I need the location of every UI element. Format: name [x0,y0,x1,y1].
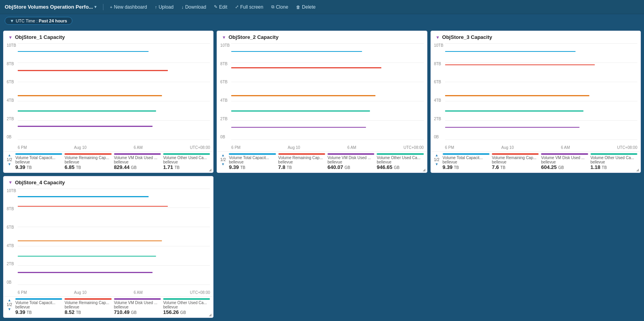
legend-unit: TB [27,165,32,170]
legend-sublabel: bellevue [229,160,276,164]
data-line [18,256,156,257]
grid-line [18,62,210,63]
legend-unit: TB [500,165,506,170]
panel-resize-handle[interactable]: ◢ [636,168,639,172]
edit-button[interactable]: ✎ Edit [211,3,230,11]
x-label: UTC+08:00 [403,145,423,150]
data-line [18,272,153,273]
legend-item: Volume VM Disk Used ... bellevue 829.44 … [114,153,161,170]
legend-area: ▲ 1/2 ▼ Volume Total Capacit... bellevue… [4,296,213,317]
legend-up-arrow[interactable]: ▲ [221,153,225,157]
legend-up-arrow[interactable]: ▲ [435,153,438,157]
legend-item: Volume Other Used Ca... bellevue 1.71 TB [163,153,210,170]
panel-resize-handle[interactable]: ◢ [209,168,212,172]
legend-sublabel: bellevue [114,305,161,309]
y-axis: 10TB8TB6TB4TB2TB0B [7,189,16,285]
filter-icon: ▼ [222,35,226,40]
title-dropdown-icon[interactable]: ▾ [94,4,97,9]
legend-area: ▲ 1/2 ▼ Volume Total Capacit... bellevue… [431,151,640,172]
legend-down-arrow[interactable]: ▼ [7,162,11,166]
grid-line [231,101,423,101]
x-label: 6 AM [561,145,570,150]
legend-label: Volume Remaining Cap... [64,301,111,305]
x-label: 6 AM [134,145,143,150]
clone-button[interactable]: ⧉ Clone [268,3,291,11]
upload-button[interactable]: ↑ Upload [152,3,177,11]
chart-panel-panel3: ▼ ObjStore_3 Capacity10TB8TB6TB4TB2TB0B6… [431,31,641,173]
legend-value: 7.6 TB [492,164,539,170]
legend-down-arrow[interactable]: ▼ [435,162,438,166]
y-label: 4TB [220,98,230,103]
legend-unit: TB [76,165,81,170]
grid-line [231,82,423,82]
y-label: 2TB [220,117,230,121]
legend-nav: ▲ 1/2 ▼ [7,153,12,166]
page-title: ObjStore Volumes Operation Perfo... [5,4,93,10]
y-label: 0B [434,135,443,139]
legend-label: Volume Total Capacit... [229,156,276,160]
chart-area: 10TB8TB6TB4TB2TB0B6 PMAug 106 AMUTC+08:0… [217,42,427,151]
x-axis: 6 PMAug 106 AMUTC+08:00 [231,145,423,150]
grid-line [18,284,210,285]
y-label: 6TB [7,225,16,229]
legend-label: Volume VM Disk Used ... [114,156,161,160]
time-bar: ▼ UTC Time : Past 24 hours [0,14,644,28]
legend-item: Volume Remaining Cap... bellevue 8.52 TB [64,298,111,315]
legend-label: Volume Other Used Ca... [163,301,210,305]
grid-line [18,43,210,44]
legend-up-arrow[interactable]: ▲ [7,153,11,157]
x-label: UTC+08:00 [617,145,637,150]
y-label: 10TB [7,43,16,48]
legend-value: 9.39 TB [15,164,62,170]
legend-label: Volume Other Used Ca... [377,156,423,160]
legend-down-arrow[interactable]: ▼ [221,162,225,166]
y-label: 6TB [434,80,443,84]
legend-unit: GB [344,165,350,170]
time-filter-pill[interactable]: ▼ UTC Time : Past 24 hours [5,17,72,25]
y-label: 10TB [220,43,230,48]
legend-down-arrow[interactable]: ▼ [7,307,11,311]
legend-up-arrow[interactable]: ▲ [7,298,11,302]
fullscreen-button[interactable]: ⤢ Full screen [232,3,267,11]
legend-color-bar [163,298,210,300]
legend-items: Volume Total Capacit... bellevue 9.39 TB… [443,153,637,170]
panel-resize-handle[interactable]: ◢ [209,313,212,317]
panel-header: ▼ ObjStore_4 Capacity [4,176,213,187]
y-label: 6TB [7,80,16,84]
panel-resize-handle[interactable]: ◢ [423,168,425,172]
legend-label: Volume Total Capacit... [15,156,62,160]
legend-item: Volume Remaining Cap... bellevue 7.6 TB [492,153,539,170]
grid-line [445,62,637,63]
chart-area: 10TB8TB6TB4TB2TB0B6 PMAug 106 AMUTC+08:0… [4,187,213,297]
chart-lines [18,43,210,139]
legend-item: Volume Remaining Cap... bellevue 7.8 TB [278,153,325,170]
legend-page: 1/2 [7,158,12,162]
x-label: 6 PM [231,145,240,150]
legend-value: 9.39 TB [229,164,276,170]
legend-value: 640.07 GB [328,164,374,170]
legend-item: Volume Remaining Cap... bellevue 6.85 TB [64,153,111,170]
y-label: 4TB [7,244,16,248]
grid-line [18,227,210,227]
legend-unit: TB [175,165,180,170]
new-dashboard-button[interactable]: + New dashboard [107,3,150,11]
y-label: 10TB [434,43,443,48]
legend-value: 710.49 GB [114,309,161,315]
legend-label: Volume Other Used Ca... [163,156,210,160]
x-axis: 6 PMAug 106 AMUTC+08:00 [445,145,637,150]
legend-item: Volume VM Disk Used ... bellevue 604.25 … [541,153,588,170]
legend-unit: GB [131,310,136,315]
legend-nav: ▲ 1/2 ▼ [434,153,440,166]
delete-button[interactable]: 🗑 Delete [293,3,319,11]
legend-sublabel: bellevue [163,160,210,164]
x-label: UTC+08:00 [190,145,210,150]
download-button[interactable]: ↓ Download [178,3,209,11]
grid-line [231,43,423,44]
grid-line [18,189,210,189]
panel-title: ObjStore_1 Capacity [15,34,65,40]
data-line [445,110,583,112]
download-icon: ↓ [181,5,184,9]
legend-nav: ▲ 1/2 ▼ [7,298,12,311]
grid-line [18,120,210,121]
legend-nav: ▲ 1/2 ▼ [220,153,226,166]
